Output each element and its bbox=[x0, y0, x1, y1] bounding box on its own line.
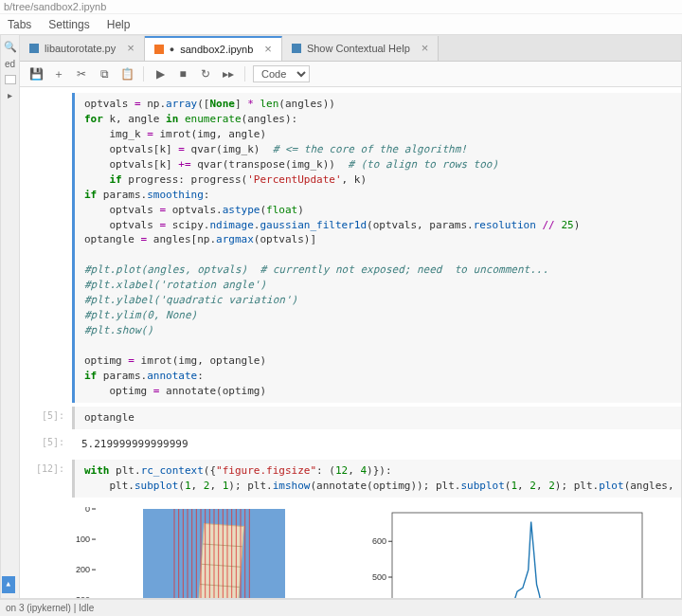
notebook-area[interactable]: optvals = np.array([None] * len(angles))… bbox=[20, 87, 681, 598]
svg-text:0: 0 bbox=[85, 507, 90, 514]
restart-button[interactable]: ↻ bbox=[197, 65, 214, 82]
python-file-icon bbox=[29, 44, 39, 53]
subplot-line: 200300400500600−40−2002040 bbox=[356, 507, 650, 599]
tab-contextual-help[interactable]: Show Contextual Help × bbox=[282, 36, 439, 61]
code-content[interactable]: with plt.rc_context({"figure.figsize": (… bbox=[84, 463, 675, 494]
main-panel: libautorotate.py × ● sandbox2.ipynb × Sh… bbox=[19, 34, 682, 599]
paste-button[interactable]: 📋 bbox=[118, 65, 135, 82]
code-body[interactable]: with plt.rc_context({"figure.figsize": (… bbox=[72, 460, 681, 498]
sidebar-collapsed-tab[interactable]: ▾ bbox=[2, 576, 15, 593]
code-cell[interactable]: [12]: with plt.rc_context({"figure.figsi… bbox=[20, 460, 681, 498]
notebook-file-icon bbox=[154, 45, 164, 54]
output-prompt: [5]: bbox=[20, 433, 72, 456]
output-text: 5.219999999999999 bbox=[81, 437, 675, 452]
code-cell[interactable]: optvals = np.array([None] * len(angles))… bbox=[20, 93, 681, 403]
output-cell: [5]: 5.219999999999999 bbox=[20, 433, 681, 456]
menu-settings[interactable]: Settings bbox=[48, 18, 89, 31]
menu-bar: Tabs Settings Help bbox=[0, 14, 682, 36]
code-body[interactable]: optvals = np.array([None] * len(angles))… bbox=[72, 93, 681, 403]
dirty-dot-icon: ● bbox=[170, 45, 174, 54]
close-icon[interactable]: × bbox=[422, 41, 429, 55]
output-body: 5.219999999999999 bbox=[72, 433, 681, 456]
chevron-right-icon[interactable]: ▸ bbox=[8, 90, 12, 100]
url-path: b/tree/sandbox2.ipynb bbox=[0, 0, 682, 14]
menu-help[interactable]: Help bbox=[107, 18, 131, 31]
svg-rect-2 bbox=[292, 44, 301, 53]
menu-tabs[interactable]: Tabs bbox=[8, 18, 31, 31]
svg-text:300: 300 bbox=[76, 595, 90, 598]
code-body[interactable]: optangle bbox=[72, 407, 681, 429]
code-content[interactable]: optangle bbox=[84, 410, 675, 426]
tab-sandbox2[interactable]: ● sandbox2.ipynb × bbox=[145, 36, 282, 61]
svg-rect-1 bbox=[154, 45, 164, 54]
separator bbox=[143, 66, 144, 82]
notebook-toolbar: 💾 ＋ ✂ ⧉ 📋 ▶ ■ ↻ ▸▸ Code bbox=[20, 62, 681, 87]
svg-text:100: 100 bbox=[76, 534, 90, 544]
sidebar-stub[interactable] bbox=[5, 75, 16, 84]
status-text: on 3 (ipykernel) | Idle bbox=[6, 603, 94, 613]
output-plots: 01002003004005006000200400 2003004005006… bbox=[20, 501, 681, 599]
tab-label: sandbox2.ipynb bbox=[180, 44, 253, 55]
close-icon[interactable]: × bbox=[127, 41, 135, 55]
subplot-image: 01002003004005006000200400 bbox=[53, 507, 337, 599]
run-all-button[interactable]: ▸▸ bbox=[220, 65, 237, 82]
tab-libautorotate[interactable]: libautorotate.py × bbox=[20, 36, 145, 61]
stop-button[interactable]: ■ bbox=[174, 65, 191, 82]
help-file-icon bbox=[292, 44, 301, 53]
svg-rect-0 bbox=[29, 44, 39, 53]
cut-button[interactable]: ✂ bbox=[73, 65, 90, 82]
sidebar-hint: ed bbox=[5, 59, 15, 69]
code-content[interactable]: optvals = np.array([None] * len(angles))… bbox=[84, 97, 675, 399]
tab-label: Show Contextual Help bbox=[307, 43, 410, 54]
tab-strip: libautorotate.py × ● sandbox2.ipynb × Sh… bbox=[20, 35, 681, 62]
cell-prompt: [5]: bbox=[20, 407, 72, 429]
svg-text:500: 500 bbox=[372, 572, 386, 582]
save-button[interactable]: 💾 bbox=[27, 65, 45, 82]
svg-rect-50 bbox=[392, 513, 642, 599]
add-cell-button[interactable]: ＋ bbox=[50, 65, 67, 82]
cell-type-select[interactable]: Code bbox=[253, 65, 310, 82]
run-button[interactable]: ▶ bbox=[152, 65, 169, 82]
svg-text:200: 200 bbox=[76, 565, 90, 574]
cell-prompt: [12]: bbox=[20, 460, 72, 498]
status-bar: on 3 (ipykernel) | Idle bbox=[0, 599, 682, 616]
separator bbox=[244, 66, 245, 82]
svg-text:600: 600 bbox=[372, 536, 386, 546]
code-cell[interactable]: [5]: optangle bbox=[20, 407, 681, 429]
cell-prompt bbox=[20, 93, 72, 403]
search-icon[interactable]: 🔍 bbox=[4, 41, 17, 53]
tab-label: libautorotate.py bbox=[45, 43, 116, 54]
close-icon[interactable]: × bbox=[264, 42, 272, 56]
copy-button[interactable]: ⧉ bbox=[96, 65, 113, 82]
left-sidebar-rail: 🔍 ed ▸ bbox=[0, 34, 19, 599]
